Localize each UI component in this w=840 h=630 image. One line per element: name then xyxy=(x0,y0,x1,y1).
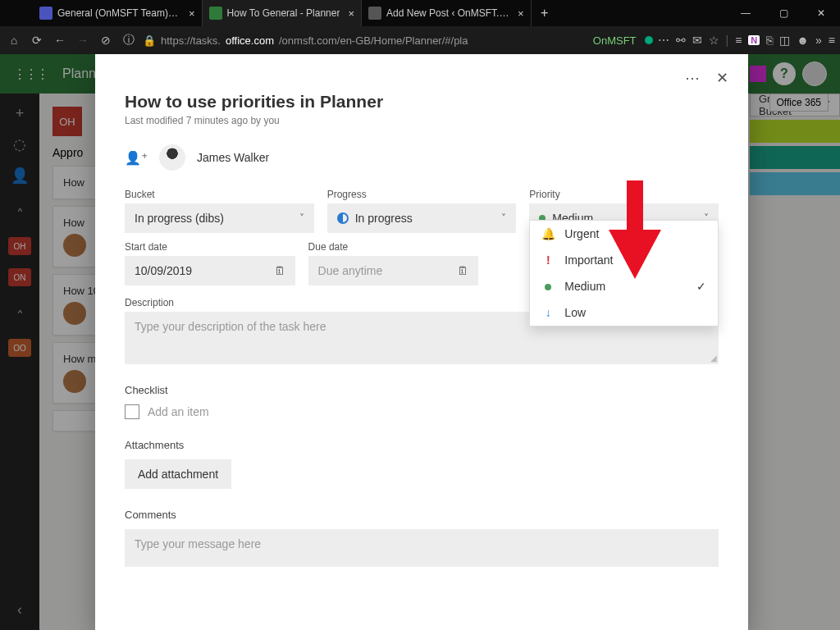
close-icon[interactable]: × xyxy=(348,7,354,20)
checkbox-icon[interactable] xyxy=(125,404,139,419)
progress-label: Progress xyxy=(327,189,517,200)
tab-planner[interactable]: How To General - Planner × xyxy=(203,0,362,26)
checklist-add-input[interactable]: Add an item xyxy=(125,404,719,419)
assignee-row[interactable]: 👤⁺ James Walker xyxy=(125,144,719,171)
url-text: /onmsft.com/en-GB/Home/Planner/#/pla xyxy=(279,34,468,47)
task-modal: ⋯ ✕ How to use priorities in Planner Las… xyxy=(95,54,748,630)
select-value: In progress (dibs) xyxy=(135,212,224,225)
comments-textarea[interactable]: Type your message here xyxy=(125,529,719,567)
new-tab-button[interactable]: + xyxy=(532,0,558,26)
option-label: Medium xyxy=(564,280,605,293)
select-value: In progress xyxy=(355,212,413,225)
option-label: Urgent xyxy=(564,227,599,240)
window-controls: — ▢ ✕ xyxy=(727,0,840,26)
tab-label: How To General - Planner xyxy=(227,7,340,19)
avatar xyxy=(159,144,185,171)
calendar-icon[interactable]: 🗓 xyxy=(457,264,468,277)
planner-icon xyxy=(209,7,222,20)
forward-icon[interactable]: → xyxy=(74,34,92,47)
task-title[interactable]: How to use priorities in Planner xyxy=(125,92,719,112)
menu-icon[interactable]: ≡ xyxy=(829,34,835,47)
titlebar: General (OnMSFT Team) | Micro × How To G… xyxy=(0,0,840,26)
input-placeholder: Add an item xyxy=(148,405,209,418)
add-attachment-button[interactable]: Add attachment xyxy=(125,459,231,489)
org-label: OnMSFT xyxy=(593,34,637,47)
check-icon: ✓ xyxy=(696,280,706,293)
chevron-down-icon: ˅ xyxy=(299,212,304,224)
close-icon[interactable]: × xyxy=(189,7,195,20)
browser-chrome: General (OnMSFT Team) | Micro × How To G… xyxy=(0,0,840,54)
site-icon xyxy=(368,7,381,20)
bucket-select[interactable]: In progress (dibs) ˅ xyxy=(125,203,314,233)
reload-icon[interactable]: ⟳ xyxy=(28,34,46,47)
resize-handle-icon[interactable]: ◢ xyxy=(710,354,717,363)
textarea-placeholder: Type your message here xyxy=(135,537,261,550)
due-date-input[interactable]: Due anytime 🗓 xyxy=(308,256,479,285)
textarea-placeholder: Type your description of the task here xyxy=(135,320,326,333)
shield-icon[interactable]: ⊘ xyxy=(97,34,115,47)
tracker-icon[interactable]: ⓘ xyxy=(120,33,138,48)
link-icon[interactable]: ⚯ xyxy=(676,34,686,47)
option-label: Important xyxy=(564,253,613,267)
chevron-down-icon: ˅ xyxy=(501,212,506,224)
option-label: Low xyxy=(564,306,586,319)
close-icon[interactable]: ✕ xyxy=(716,69,728,87)
annotation-arrow xyxy=(609,180,661,282)
tab-teams[interactable]: General (OnMSFT Team) | Micro × xyxy=(33,0,203,26)
mail-icon[interactable]: ✉ xyxy=(692,34,702,47)
profile-icon[interactable]: ☻ xyxy=(797,34,809,47)
home-icon[interactable]: ⌂ xyxy=(5,34,23,47)
sidebar-icon[interactable]: ◫ xyxy=(779,34,790,47)
checklist-label: Checklist xyxy=(125,384,719,396)
dot-icon xyxy=(541,280,555,293)
priority-option-low[interactable]: ↓ Low xyxy=(530,299,718,326)
due-date-label: Due date xyxy=(308,241,479,253)
lock-icon: 🔒 xyxy=(143,34,156,47)
url-text: office.com xyxy=(226,34,274,47)
input-placeholder: Due anytime xyxy=(318,264,383,277)
attachments-label: Attachments xyxy=(125,439,719,451)
url-field[interactable]: 🔒 https://tasks.office.com/onmsft.com/en… xyxy=(143,34,588,47)
star-icon[interactable]: ☆ xyxy=(709,34,719,47)
more-icon[interactable]: ⋯ xyxy=(658,34,669,47)
task-subtitle: Last modified 7 minutes ago by you xyxy=(125,115,719,126)
tab-wordpress[interactable]: Add New Post ‹ OnMSFT.com — W × xyxy=(362,0,532,26)
start-date-label: Start date xyxy=(125,241,295,253)
arrow-down-icon: ↓ xyxy=(541,306,555,319)
exclamation-icon: ! xyxy=(541,253,555,267)
back-icon[interactable]: ← xyxy=(51,34,69,47)
teams-icon xyxy=(39,7,52,20)
tab-label: Add New Post ‹ OnMSFT.com — W xyxy=(386,7,509,19)
library-icon[interactable]: ⎘ xyxy=(766,34,773,47)
url-text: https://tasks. xyxy=(161,34,221,47)
add-assignee-icon[interactable]: 👤⁺ xyxy=(125,150,148,166)
tab-strip: General (OnMSFT Team) | Micro × How To G… xyxy=(0,0,727,26)
onenote-icon[interactable]: N xyxy=(748,35,760,45)
overflow-icon[interactable]: » xyxy=(815,34,822,47)
progress-select[interactable]: In progress ˅ xyxy=(327,203,517,233)
close-icon[interactable]: × xyxy=(518,7,524,20)
toolbar-icons: ⋯ ⚯ ✉ ☆ | ≡ N ⎘ ◫ ☻ » ≡ xyxy=(658,34,835,47)
address-bar: ⌂ ⟳ ← → ⊘ ⓘ 🔒 https://tasks.office.com/o… xyxy=(0,26,840,54)
bucket-label: Bucket xyxy=(125,189,314,200)
close-window-button[interactable]: ✕ xyxy=(802,0,840,26)
maximize-button[interactable]: ▢ xyxy=(765,0,802,26)
bell-icon: 🔔 xyxy=(541,227,555,240)
tab-label: General (OnMSFT Team) | Micro xyxy=(57,7,180,19)
more-icon[interactable]: ⋯ xyxy=(685,69,700,87)
calendar-icon[interactable]: 🗓 xyxy=(274,264,285,277)
assignee-name: James Walker xyxy=(197,151,269,164)
org-indicator xyxy=(645,36,653,44)
stack-icon[interactable]: ≡ xyxy=(735,34,742,47)
start-date-input[interactable]: 10/09/2019 🗓 xyxy=(125,256,295,285)
minimize-button[interactable]: — xyxy=(727,0,765,26)
input-value: 10/09/2019 xyxy=(135,264,192,277)
page: ⋮⋮⋮ Planner ? Office 365 + ◌ 👤 ˄ OH ON ˄… xyxy=(0,54,840,630)
progress-icon xyxy=(337,212,349,224)
comments-label: Comments xyxy=(125,509,719,521)
